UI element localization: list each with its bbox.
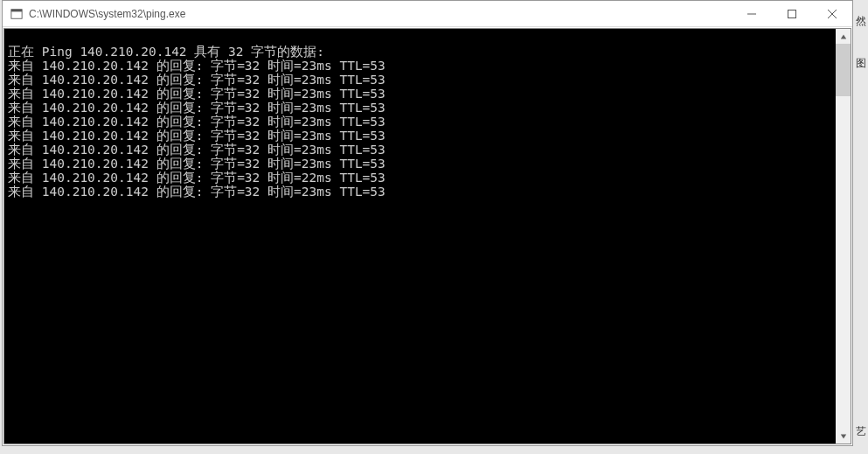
window-title: C:\WINDOWS\system32\ping.exe [29, 8, 732, 20]
window-controls [732, 1, 852, 26]
console-area: 正在 Ping 140.210.20.142 具有 32 字节的数据: 来自 1… [3, 28, 851, 444]
bg-text: 然 [856, 14, 866, 29]
bg-text: 图 [856, 56, 866, 71]
svg-rect-3 [788, 10, 796, 17]
scroll-up-button[interactable] [836, 29, 851, 44]
bg-text: 艺 [856, 424, 866, 439]
console-window: C:\WINDOWS\system32\ping.exe 正在 Ping 140… [2, 0, 853, 446]
maximize-button[interactable] [772, 1, 812, 26]
scroll-track[interactable] [836, 44, 851, 429]
svg-marker-7 [840, 434, 845, 438]
svg-marker-6 [840, 34, 845, 38]
vertical-scrollbar[interactable] [836, 29, 851, 444]
svg-rect-1 [11, 9, 22, 11]
close-button[interactable] [812, 1, 852, 26]
app-icon [10, 7, 24, 21]
minimize-button[interactable] [732, 1, 772, 26]
background-fragments: 然 图 艺 [854, 0, 868, 454]
console-output[interactable]: 正在 Ping 140.210.20.142 具有 32 字节的数据: 来自 1… [4, 29, 836, 444]
scroll-down-button[interactable] [836, 429, 851, 444]
scroll-thumb[interactable] [836, 44, 851, 96]
titlebar[interactable]: C:\WINDOWS\system32\ping.exe [3, 1, 852, 27]
